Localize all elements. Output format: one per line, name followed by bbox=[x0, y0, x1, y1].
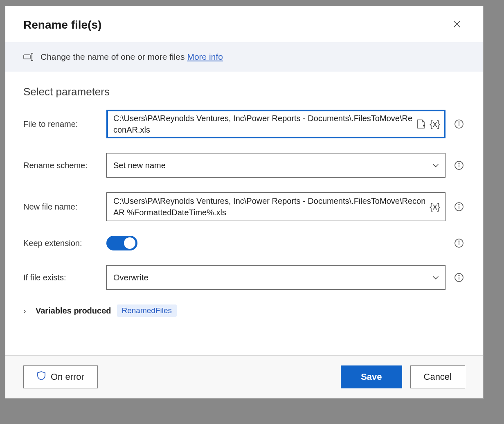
info-file-to-rename[interactable] bbox=[453, 119, 465, 129]
save-label: Save bbox=[361, 372, 382, 382]
value-file-to-rename: C:\Users\PA\Reynolds Ventures, Inc\Power… bbox=[113, 113, 412, 135]
svg-rect-2 bbox=[24, 55, 30, 59]
section-title: Select parameters bbox=[23, 86, 465, 98]
row-keep-extension: Keep extension: bbox=[23, 236, 465, 250]
dialog-title: Rename file(s) bbox=[23, 18, 101, 32]
info-if-file-exists[interactable] bbox=[453, 273, 465, 282]
label-rename-scheme: Rename scheme: bbox=[23, 161, 99, 170]
select-if-file-exists[interactable]: Overwrite bbox=[106, 265, 446, 290]
svg-point-20 bbox=[459, 275, 459, 276]
row-if-file-exists: If file exists: Overwrite bbox=[23, 265, 465, 290]
toggle-knob bbox=[124, 237, 135, 249]
svg-point-14 bbox=[459, 204, 459, 205]
on-error-button[interactable]: On error bbox=[23, 365, 98, 388]
variable-picker-icon[interactable]: {x} bbox=[430, 201, 440, 212]
label-if-file-exists: If file exists: bbox=[23, 273, 99, 282]
variable-picker-icon[interactable]: {x} bbox=[430, 119, 440, 129]
row-file-to-rename: File to rename: C:\Users\PA\Reynolds Ven… bbox=[23, 110, 465, 138]
shield-icon bbox=[37, 371, 46, 383]
chevron-down-icon bbox=[431, 273, 440, 282]
description-text: Change the name of one or more files bbox=[40, 52, 185, 61]
dialog-footer: On error Save Cancel bbox=[5, 355, 483, 398]
row-rename-scheme: Rename scheme: Set new name bbox=[23, 153, 465, 178]
save-button[interactable]: Save bbox=[341, 365, 402, 388]
more-info-link[interactable]: More info bbox=[187, 52, 223, 61]
file-picker-icon[interactable] bbox=[416, 119, 425, 129]
dialog-body: Select parameters File to rename: C:\Use… bbox=[5, 72, 483, 355]
field-icons: {x} bbox=[416, 119, 440, 129]
select-rename-scheme[interactable]: Set new name bbox=[106, 153, 446, 178]
label-new-file-name: New file name: bbox=[23, 202, 99, 212]
variable-chip-renamedfiles[interactable]: RenamedFiles bbox=[117, 304, 177, 317]
info-new-file-name[interactable] bbox=[453, 202, 465, 212]
value-new-file-name: C:\Users\PA\Reynolds Ventures, Inc\Power… bbox=[113, 195, 425, 218]
info-rename-scheme[interactable] bbox=[453, 160, 465, 170]
close-icon bbox=[452, 19, 461, 32]
label-file-to-rename: File to rename: bbox=[23, 120, 99, 129]
value-rename-scheme: Set new name bbox=[113, 160, 427, 171]
label-keep-extension: Keep extension: bbox=[23, 239, 99, 248]
close-button[interactable] bbox=[449, 17, 465, 33]
rename-icon bbox=[23, 52, 34, 61]
variables-produced-row[interactable]: › Variables produced RenamedFiles bbox=[23, 304, 465, 317]
toggle-keep-extension[interactable] bbox=[106, 236, 137, 250]
svg-point-8 bbox=[459, 122, 459, 122]
info-keep-extension[interactable] bbox=[453, 238, 465, 248]
rename-files-dialog: Rename file(s) Change the name of one or… bbox=[5, 6, 484, 399]
dialog-header: Rename file(s) bbox=[5, 6, 483, 42]
cancel-label: Cancel bbox=[424, 372, 452, 382]
row-new-file-name: New file name: C:\Users\PA\Reynolds Vent… bbox=[23, 192, 465, 221]
input-file-to-rename[interactable]: C:\Users\PA\Reynolds Ventures, Inc\Power… bbox=[106, 110, 446, 138]
dialog-description: Change the name of one or more files Mor… bbox=[5, 42, 483, 72]
variables-produced-label: Variables produced bbox=[36, 306, 111, 316]
chevron-down-icon bbox=[431, 161, 440, 170]
input-new-file-name[interactable]: C:\Users\PA\Reynolds Ventures, Inc\Power… bbox=[106, 192, 446, 221]
value-if-file-exists: Overwrite bbox=[113, 272, 427, 283]
cancel-button[interactable]: Cancel bbox=[410, 365, 465, 388]
svg-point-17 bbox=[459, 241, 459, 241]
on-error-label: On error bbox=[51, 372, 84, 382]
svg-point-11 bbox=[459, 163, 459, 164]
chevron-right-icon: › bbox=[23, 306, 30, 316]
